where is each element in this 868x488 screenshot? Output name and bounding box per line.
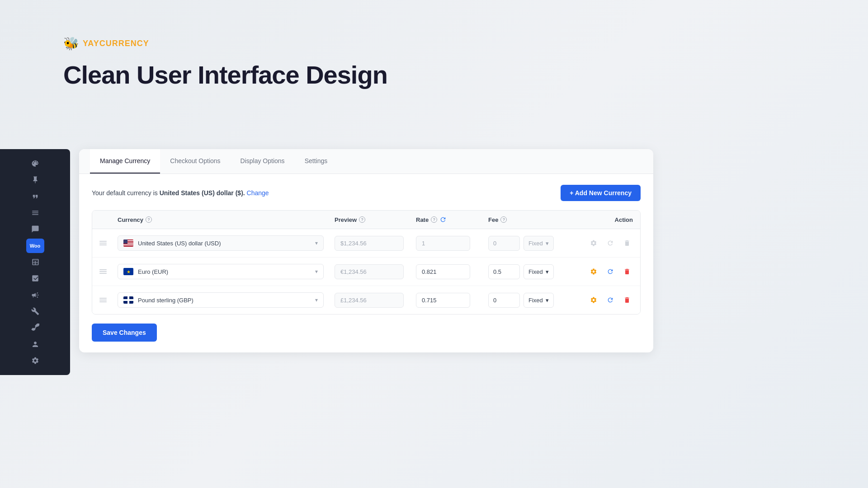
preview-gbp: £1,234.56 [335, 293, 404, 308]
currency-select-gbp[interactable]: Pound sterling (GBP) ▾ [118, 292, 324, 308]
preview-info-icon[interactable]: ? [359, 216, 365, 223]
chevron-gbp: ▾ [315, 297, 318, 303]
sidebar-item-comments[interactable] [26, 222, 44, 236]
refresh-btn-eur[interactable] [604, 265, 617, 278]
sidebar: Woo [0, 149, 70, 375]
rate-refresh-button[interactable] [439, 216, 447, 223]
fee-group-gbp: Fixed ▾ [488, 293, 583, 308]
settings-btn-usd[interactable] [588, 237, 600, 249]
trash-icon-eur [623, 268, 631, 275]
user-icon [31, 340, 39, 348]
sidebar-item-woo[interactable]: Woo [26, 239, 44, 253]
fee-type-gbp[interactable]: Fixed ▾ [524, 293, 554, 308]
pin-icon [31, 176, 39, 184]
settings-icon [31, 357, 39, 365]
add-currency-button[interactable]: + Add New Currency [561, 185, 641, 201]
panel-content: Your default currency is United States (… [79, 174, 653, 352]
drag-handle-eur[interactable] [99, 269, 118, 274]
default-currency-name: United States (US) dollar ($). [160, 189, 245, 197]
sidebar-item-wrench[interactable] [26, 320, 44, 335]
analytics-icon [31, 274, 39, 282]
fee-input-eur[interactable] [488, 264, 520, 279]
currency-select-usd: United States (US) dollar (USD) ▾ [118, 235, 324, 251]
sidebar-item-pin[interactable] [26, 173, 44, 187]
fee-type-eur[interactable]: Fixed ▾ [524, 264, 554, 279]
change-currency-link[interactable]: Change [247, 189, 269, 197]
tab-checkout-options[interactable]: Checkout Options [160, 149, 230, 174]
table-row: ★ Euro (EUR) ▾ €1,234.56 Fixed ▾ [92, 258, 640, 286]
currency-select-eur[interactable]: ★ Euro (EUR) ▾ [118, 264, 324, 279]
rate-refresh-icon [439, 216, 447, 223]
delete-btn-usd[interactable] [621, 237, 633, 249]
chevron-eur: ▾ [315, 268, 318, 275]
fee-type-chevron-eur: ▾ [546, 268, 549, 275]
refresh-icon-gbp [607, 296, 614, 304]
settings-btn-eur[interactable] [588, 265, 600, 278]
fee-type-chevron-usd: ▾ [546, 240, 549, 247]
sidebar-item-megaphone[interactable] [26, 288, 44, 302]
wrench-icon [31, 324, 39, 332]
us-flag [123, 239, 133, 247]
fee-info-icon[interactable]: ? [500, 216, 507, 223]
table-row: United States (US) dollar (USD) ▾ $1,234… [92, 229, 640, 258]
refresh-icon-usd [607, 239, 614, 247]
fee-input-gbp[interactable] [488, 293, 520, 308]
sidebar-item-quote[interactable] [26, 189, 44, 204]
sidebar-item-settings[interactable] [26, 353, 44, 368]
sidebar-item-analytics[interactable] [26, 271, 44, 286]
drag-handle-gbp[interactable] [99, 298, 118, 302]
delete-btn-gbp[interactable] [621, 294, 633, 306]
fee-input-usd[interactable] [488, 236, 520, 251]
tab-manage-currency[interactable]: Manage Currency [90, 149, 160, 174]
currency-table: Currency ? Preview ? Rate ? [92, 210, 641, 314]
sidebar-item-table[interactable] [26, 255, 44, 269]
megaphone-icon [31, 291, 39, 299]
action-group-usd [588, 237, 633, 249]
th-fee: Fee ? [488, 216, 588, 223]
rate-input-gbp[interactable] [416, 293, 470, 308]
gb-flag [123, 296, 133, 304]
fee-group-usd: Fixed ▾ [488, 236, 583, 251]
eu-flag: ★ [123, 268, 133, 275]
quote-icon [31, 192, 39, 201]
sidebar-item-design[interactable] [26, 156, 44, 171]
th-preview: Preview ? [335, 216, 416, 223]
currency-info-icon[interactable]: ? [146, 216, 152, 223]
action-group-gbp [588, 294, 633, 306]
refresh-btn-gbp[interactable] [604, 294, 617, 306]
woo-label: Woo [27, 242, 43, 250]
save-changes-button[interactable]: Save Changes [92, 324, 157, 342]
brand-icon: 🐝 [63, 36, 79, 51]
fee-type-chevron-gbp: ▾ [546, 297, 549, 304]
trash-icon-gbp [623, 296, 631, 304]
drag-handle-usd[interactable] [99, 241, 118, 245]
table-row: Pound sterling (GBP) ▾ £1,234.56 Fixed ▾ [92, 286, 640, 314]
tab-settings[interactable]: Settings [295, 149, 338, 174]
preview-eur: €1,234.56 [335, 264, 404, 279]
gear-icon-gbp [590, 296, 597, 304]
trash-icon-usd [623, 239, 631, 247]
gear-icon-eur [590, 268, 597, 275]
th-currency: Currency ? [118, 216, 335, 223]
rate-input-eur[interactable] [416, 264, 470, 279]
comments-icon [31, 225, 39, 233]
pages-icon [31, 209, 39, 217]
fee-type-usd: Fixed ▾ [524, 236, 554, 251]
tools-icon [31, 307, 39, 315]
sidebar-item-pages[interactable] [26, 206, 44, 220]
fee-group-eur: Fixed ▾ [488, 264, 583, 279]
sidebar-item-user[interactable] [26, 337, 44, 351]
gear-icon-usd [590, 239, 597, 247]
sidebar-item-tools[interactable] [26, 304, 44, 319]
delete-btn-eur[interactable] [621, 265, 633, 278]
brand-logo: 🐝 YAYCURRENCY [63, 36, 387, 51]
currency-name-usd: United States (US) dollar (USD) [138, 240, 311, 247]
chevron-usd: ▾ [315, 240, 318, 246]
table-header: Currency ? Preview ? Rate ? [92, 211, 640, 229]
tab-display-options[interactable]: Display Options [231, 149, 295, 174]
rate-input-usd[interactable] [416, 236, 470, 251]
settings-btn-gbp[interactable] [588, 294, 600, 306]
rate-info-icon[interactable]: ? [431, 216, 437, 223]
refresh-btn-usd[interactable] [604, 237, 617, 249]
table-icon [31, 258, 39, 266]
